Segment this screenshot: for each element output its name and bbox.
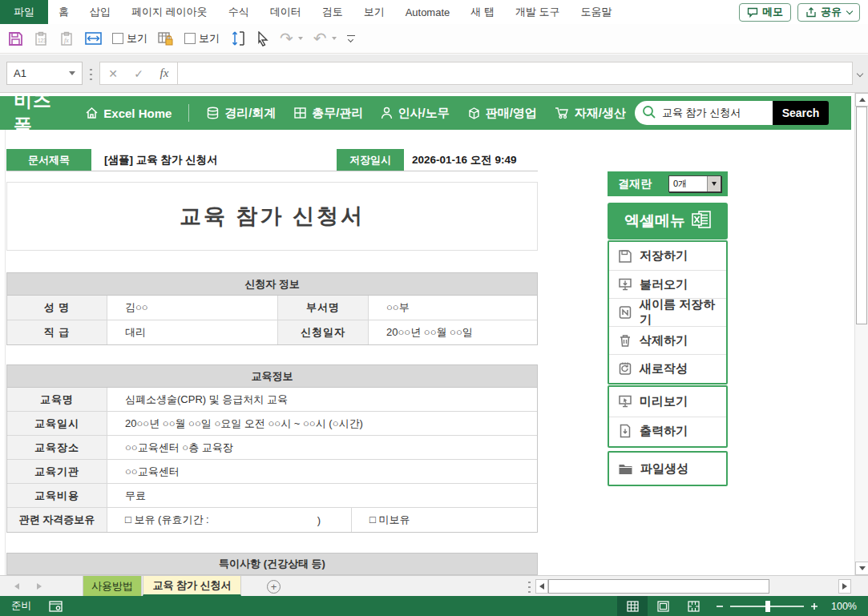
zoom-in-button[interactable] (810, 600, 818, 612)
worksheet-area: 비즈폼 Excel Home 경리/회계 총무/관리 인사/노무 판매/영업 (0, 93, 868, 575)
sheet-tab-usage[interactable]: 사용방법 (83, 576, 142, 596)
scroll-right-button[interactable] (838, 579, 851, 594)
bizform-logo[interactable]: 비즈폼 (14, 93, 59, 138)
dropdown-button[interactable] (707, 176, 721, 191)
ribbon-tab-view[interactable]: 보기 (353, 0, 395, 24)
page-break-view-button[interactable] (678, 596, 709, 616)
preview-menu-item[interactable]: 미리보기 (609, 387, 726, 417)
scroll-down-button[interactable] (855, 562, 868, 575)
new-document-menu-item[interactable]: 새로작성 (609, 354, 726, 382)
menu-sales[interactable]: 판매/영업 (467, 106, 537, 121)
view-checkbox-2[interactable]: 보기 (184, 31, 220, 46)
course-place-cell[interactable]: ○○교육센터 ○층 교육장 (107, 436, 537, 459)
tabbar-divider (528, 580, 531, 593)
menu-admin[interactable]: 총무/관리 (293, 106, 363, 121)
chevron-down-icon (712, 182, 717, 186)
search-input[interactable] (662, 107, 758, 119)
approval-count-dropdown[interactable]: 0개 (668, 175, 721, 192)
table-row: 교육비용 무료 (7, 484, 537, 508)
autofit-width-button[interactable] (85, 31, 102, 46)
excel-home-link[interactable]: Excel Home (85, 107, 172, 120)
menu-accounting[interactable]: 경리/회계 (206, 106, 276, 121)
course-provider-cell[interactable]: ○○교육센터 (107, 460, 537, 483)
horizontal-scrollbar[interactable] (535, 579, 851, 594)
cancel-button[interactable]: ✕ (100, 67, 126, 80)
enter-button[interactable]: ✓ (126, 67, 151, 80)
course-name-cell[interactable]: 심폐소생술(CPR) 및 응급처치 교육 (107, 388, 537, 411)
create-file-menu-item[interactable]: 파일생성 (609, 453, 726, 485)
share-button[interactable]: 공유 (797, 3, 860, 22)
certification-have-option[interactable]: □ 보유 (유효기간 : ) (107, 508, 352, 532)
name-cell[interactable]: 김○○ (107, 296, 278, 320)
ribbon-tab-home[interactable]: 홈 (48, 0, 79, 24)
prev-sheet-button[interactable] (14, 583, 19, 590)
course-fee-cell[interactable]: 무료 (107, 484, 537, 507)
table-row: 교육기관 ○○교육센터 (7, 460, 537, 484)
zoom-slider[interactable] (730, 606, 804, 607)
doc-title-value[interactable]: [샘플] 교육 참가 신청서 (104, 149, 218, 171)
customize-qat-button[interactable] (347, 35, 355, 42)
ribbon-tab-review[interactable]: 검토 (312, 0, 353, 24)
scroll-up-button[interactable] (855, 93, 868, 107)
expand-formula-bar-icon[interactable] (857, 70, 863, 76)
ribbon-tab-file[interactable]: 파일 (0, 0, 48, 24)
paste-values-button[interactable]: 123 (34, 31, 49, 46)
row-height-button[interactable] (230, 30, 246, 46)
comments-button[interactable]: 메모 (739, 3, 791, 22)
comments-label: 메모 (762, 5, 783, 19)
course-datetime-label: 교육일시 (7, 412, 107, 435)
new-sheet-button[interactable]: + (267, 580, 281, 594)
menu-hr[interactable]: 인사/노무 (381, 106, 449, 121)
excel-menu-title: 엑셀메뉴 (624, 211, 685, 232)
redo-button[interactable]: ↷ (280, 30, 303, 46)
ribbon-tab-formulas[interactable]: 수식 (218, 0, 260, 24)
department-cell[interactable]: ○○부 (369, 296, 537, 320)
load-menu-item[interactable]: 불러오기 (609, 270, 726, 298)
excel-menu-group-3: 파일생성 (608, 451, 728, 486)
scroll-left-button[interactable] (535, 579, 548, 594)
sheet-tab-application-form[interactable]: 교육 참가 신청서 (143, 576, 241, 596)
ribbon-tab-help[interactable]: 도움말 (571, 0, 623, 24)
create-file-menu-label: 파일생성 (640, 461, 688, 477)
table-row: 성 명 김○○ 부서명 ○○부 (7, 296, 537, 320)
delete-menu-item[interactable]: 삭제하기 (609, 326, 726, 354)
search-button[interactable]: Search (773, 101, 829, 125)
ribbon-tab-data[interactable]: 데이터 (260, 0, 312, 24)
load-menu-label: 불러오기 (640, 277, 688, 292)
ribbon-tab-page-layout[interactable]: 페이지 레이아웃 (121, 0, 218, 24)
ribbon-tab-insert[interactable]: 삽입 (79, 0, 121, 24)
ribbon-tab-new-tab[interactable]: 새 탭 (460, 0, 505, 24)
apply-date-cell[interactable]: 20○○년 ○○월 ○○일 (369, 320, 537, 344)
horizontal-scrollbar-thumb[interactable] (548, 579, 769, 594)
zoom-level[interactable]: 100% (825, 601, 857, 612)
vertical-scrollbar-thumb[interactable] (856, 107, 867, 324)
save-as-menu-item[interactable]: 새이름 저장하기 (609, 298, 726, 326)
course-datetime-cell[interactable]: 20○○년 ○○월 ○○일 ○요일 오전 ○○시 ~ ○○시 (○시간) (107, 412, 537, 435)
protect-sheet-button[interactable] (158, 31, 174, 46)
select-cursor-button[interactable] (256, 31, 269, 46)
formula-input[interactable] (178, 62, 853, 85)
save-menu-item[interactable]: 저장하기 (609, 242, 726, 270)
zoom-out-button[interactable] (716, 600, 724, 612)
paste-formulas-button[interactable]: fx (59, 31, 75, 46)
certification-label: 관련 자격증보유 (7, 508, 107, 532)
undo-button[interactable]: ↶ (313, 30, 337, 46)
vertical-scrollbar[interactable] (854, 93, 868, 575)
ribbon-tab-automate[interactable]: Automate (395, 0, 461, 24)
sheet-nav-arrows (14, 576, 42, 597)
page-layout-view-button[interactable] (648, 596, 678, 616)
print-menu-item[interactable]: 출력하기 (609, 417, 726, 446)
insert-function-button[interactable]: fx (151, 66, 177, 80)
macro-record-icon[interactable] (49, 601, 63, 612)
name-box[interactable]: A1 (6, 62, 83, 85)
ribbon-tab-developer[interactable]: 개발 도구 (505, 0, 571, 24)
zoom-slider-thumb[interactable] (765, 601, 770, 612)
course-provider-label: 교육기관 (7, 460, 107, 483)
view-checkbox-1[interactable]: 보기 (112, 31, 147, 46)
save-button[interactable] (8, 31, 23, 46)
normal-view-button[interactable] (617, 596, 648, 616)
position-cell[interactable]: 대리 (107, 320, 278, 344)
certification-nothave-option[interactable]: □ 미보유 (352, 508, 537, 532)
menu-materials[interactable]: 자재/생산 (555, 106, 626, 121)
next-sheet-button[interactable] (37, 583, 42, 590)
